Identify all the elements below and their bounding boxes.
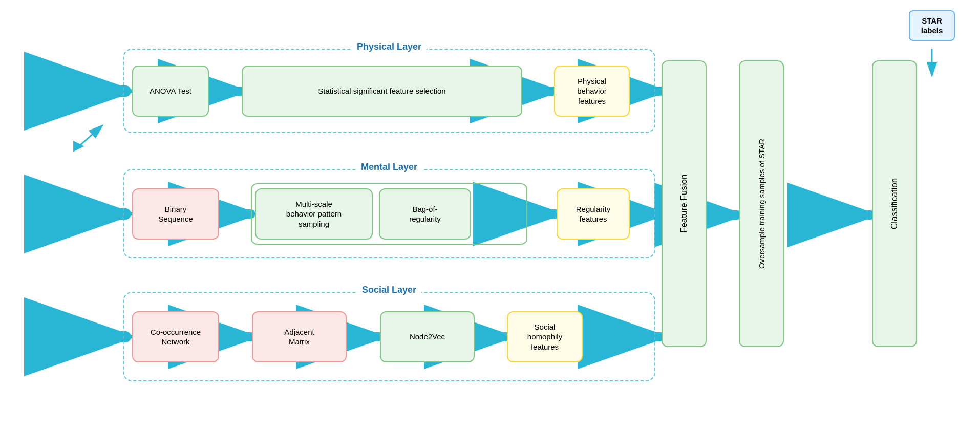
phys-features-node: Physical behavior features	[554, 66, 630, 117]
star-labels-text: STAR labels	[921, 16, 943, 36]
bag-reg-label: Bag-of- regularity	[409, 204, 441, 224]
adjacent-label: Adjacent Matrix	[284, 327, 314, 347]
social-layer-title: Social Layer	[357, 285, 421, 295]
bag-reg-node: Bag-of- regularity	[379, 188, 471, 240]
physical-layer-title: Physical Layer	[352, 41, 427, 52]
anova-node: ANOVA Test	[132, 66, 209, 117]
social-features-node: Social homophily features	[507, 311, 583, 362]
adjacent-node: Adjacent Matrix	[252, 311, 347, 362]
feature-fusion-label: Feature Fusion	[678, 175, 690, 233]
node2vec-label: Node2Vec	[410, 332, 445, 342]
feature-fusion-box: Feature Fusion	[662, 60, 707, 347]
stat-select-node: Statistical significant feature selectio…	[242, 66, 522, 117]
multiscale-node: Multi-scale behavior pattern sampling	[255, 188, 373, 240]
regularity-label: Regularity features	[576, 204, 611, 224]
binary-seq-node: Binary Sequence	[132, 188, 219, 240]
oversample-box: Oversample training samples of STAR	[739, 60, 784, 347]
multiscale-label: Multi-scale behavior pattern sampling	[286, 199, 342, 229]
classification-label: Classification	[888, 178, 901, 229]
mental-layer-title: Mental Layer	[356, 162, 422, 173]
cursor-icon: ▶	[73, 137, 84, 154]
node2vec-node: Node2Vec	[380, 311, 475, 362]
phys-features-label: Physical behavior features	[577, 76, 607, 106]
cooccurrence-node: Co-occurrence Network	[132, 311, 219, 362]
binary-seq-label: Binary Sequence	[158, 204, 193, 224]
cooccurrence-label: Co-occurrence Network	[151, 327, 201, 347]
social-features-label: Social homophily features	[527, 322, 562, 352]
diagram-container: STAR labels Physical Layer ANOVA Test St…	[0, 0, 980, 431]
regularity-node: Regularity features	[557, 188, 630, 240]
anova-label: ANOVA Test	[150, 86, 191, 96]
oversample-label: Oversample training samples of STAR	[756, 139, 767, 269]
stat-select-label: Statistical significant feature selectio…	[318, 86, 445, 96]
classification-box: Classification	[872, 60, 917, 347]
star-labels-box: STAR labels	[909, 10, 955, 41]
